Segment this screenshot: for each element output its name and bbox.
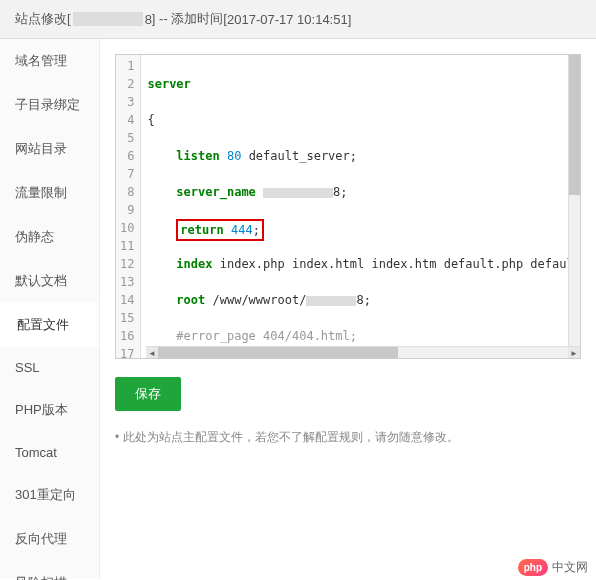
vertical-scrollbar[interactable] xyxy=(568,55,580,346)
redacted-value xyxy=(263,188,333,198)
sidebar-item-proxy[interactable]: 反向代理 xyxy=(0,517,99,561)
code-brace: { xyxy=(147,113,154,127)
sidebar-item-webdir[interactable]: 网站目录 xyxy=(0,127,99,171)
save-button[interactable]: 保存 xyxy=(115,377,181,411)
sidebar-item-domain[interactable]: 域名管理 xyxy=(0,39,99,83)
code-kw: listen xyxy=(176,149,219,163)
scroll-thumb[interactable] xyxy=(158,347,398,358)
code-text: index.php index.html index.htm default.p… xyxy=(212,257,581,271)
sidebar-item-ssl[interactable]: SSL xyxy=(0,347,99,388)
header-timestamp: 2017-07-17 10:14:51 xyxy=(227,12,348,27)
header-prefix: 站点修改[ xyxy=(15,10,71,28)
code-comment: #error_page 404/404.html; xyxy=(176,329,357,343)
code-text: 8; xyxy=(333,185,347,199)
sidebar-item-risk[interactable]: 风险扫描 xyxy=(0,561,99,580)
code-kw: root xyxy=(176,293,205,307)
code-kw: server xyxy=(147,77,190,91)
watermark-text: 中文网 xyxy=(552,559,588,576)
scroll-thumb[interactable] xyxy=(569,55,580,195)
content-area: 1234567891011121314151617 server { liste… xyxy=(100,39,596,579)
sidebar-item-php[interactable]: PHP版本 xyxy=(0,388,99,432)
sidebar-item-rewrite[interactable]: 伪静态 xyxy=(0,215,99,259)
header-redacted xyxy=(73,12,143,26)
editor-code[interactable]: server { listen 80 default_server; serve… xyxy=(141,55,581,359)
sidebar-item-redirect[interactable]: 301重定向 xyxy=(0,473,99,517)
header-sep: ] -- 添加时间[ xyxy=(152,10,227,28)
code-text: ; xyxy=(253,223,260,237)
watermark-pill: php xyxy=(518,559,548,576)
sidebar-item-config[interactable]: 配置文件 xyxy=(0,303,99,347)
code-num: 80 xyxy=(227,149,241,163)
sidebar: 域名管理 子目录绑定 网站目录 流量限制 伪静态 默认文档 配置文件 SSL P… xyxy=(0,39,100,579)
code-num: 444 xyxy=(231,223,253,237)
code-kw: server_name xyxy=(176,185,255,199)
code-text: 8; xyxy=(356,293,370,307)
code-text: default_server; xyxy=(241,149,357,163)
sidebar-item-subdir[interactable]: 子目录绑定 xyxy=(0,83,99,127)
sidebar-item-tomcat[interactable]: Tomcat xyxy=(0,432,99,473)
page-header: 站点修改[ 8 ] -- 添加时间[ 2017-07-17 10:14:51 ] xyxy=(0,0,596,39)
code-kw: index xyxy=(176,257,212,271)
horizontal-scrollbar[interactable]: ◄ ► xyxy=(146,346,580,358)
highlighted-return: return 444; xyxy=(176,219,264,241)
code-editor[interactable]: 1234567891011121314151617 server { liste… xyxy=(115,54,581,359)
header-close: ] xyxy=(348,12,352,27)
code-kw: return xyxy=(180,223,223,237)
redacted-value xyxy=(306,296,356,306)
code-path: /www/wwwroot/ xyxy=(205,293,306,307)
sidebar-item-traffic[interactable]: 流量限制 xyxy=(0,171,99,215)
scroll-left-arrow-icon[interactable]: ◄ xyxy=(146,347,158,359)
header-suffix-num: 8 xyxy=(145,12,152,27)
watermark: php 中文网 xyxy=(518,559,588,576)
config-warning-hint: 此处为站点主配置文件，若您不了解配置规则，请勿随意修改。 xyxy=(115,429,581,446)
main-container: 域名管理 子目录绑定 网站目录 流量限制 伪静态 默认文档 配置文件 SSL P… xyxy=(0,39,596,579)
editor-gutter: 1234567891011121314151617 xyxy=(116,55,141,359)
sidebar-item-default[interactable]: 默认文档 xyxy=(0,259,99,303)
scroll-right-arrow-icon[interactable]: ► xyxy=(568,347,580,359)
